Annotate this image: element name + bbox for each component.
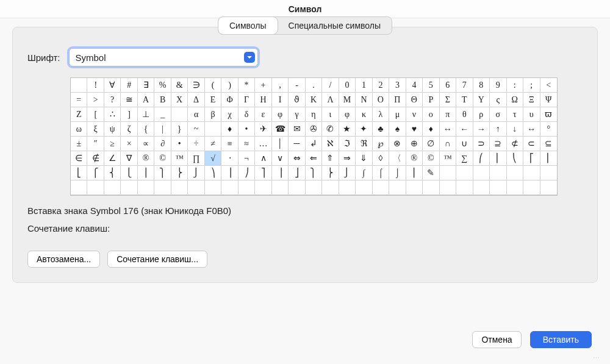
insert-button[interactable]: Вставить [530, 331, 592, 348]
symbol-cell[interactable]: [ [87, 107, 104, 122]
symbol-cell[interactable]: ⇔ [289, 151, 305, 166]
symbol-cell[interactable]: × [121, 137, 137, 151]
symbol-cell[interactable] [306, 180, 322, 195]
symbol-cell[interactable]: ! [87, 78, 104, 93]
symbol-cell[interactable]: Η [255, 93, 271, 107]
symbol-cell[interactable]: │ [272, 137, 289, 151]
symbol-cell[interactable]: ∇ [121, 151, 137, 166]
symbol-cell[interactable]: ∃ [138, 78, 154, 93]
symbol-cell[interactable]: Ρ [423, 93, 439, 107]
symbol-cell[interactable]: ∂ [154, 137, 171, 151]
symbol-cell[interactable]: ♦ [221, 122, 238, 137]
symbol-cell[interactable]: ∪ [456, 137, 473, 151]
symbol-cell[interactable]: φ [339, 107, 356, 122]
symbol-cell[interactable] [440, 166, 456, 180]
symbol-cell[interactable]: ⎬ [171, 166, 188, 180]
tab-symbols[interactable]: Символы [218, 17, 278, 34]
symbol-cell[interactable]: ο [423, 107, 439, 122]
symbol-cell[interactable]: ⎮ [406, 166, 423, 180]
symbol-cell[interactable]: ⇑ [322, 151, 339, 166]
symbol-cell[interactable]: ⎢ [540, 151, 557, 166]
symbol-cell[interactable]: Α [138, 93, 154, 107]
symbol-cell[interactable]: 7 [456, 78, 473, 93]
symbol-cell[interactable]: ε [255, 107, 271, 122]
symbol-cell[interactable]: Θ [406, 93, 423, 107]
symbol-cell[interactable]: = [71, 93, 87, 107]
symbol-cell[interactable]: ρ [473, 107, 490, 122]
symbol-cell[interactable]: … [255, 137, 271, 151]
symbol-cell[interactable] [255, 180, 271, 195]
autocorrect-button[interactable]: Автозамена... [27, 251, 100, 268]
symbol-cell[interactable]: ◊ [373, 151, 389, 166]
symbol-cell[interactable]: ⇐ [306, 151, 322, 166]
symbol-cell[interactable]: Ν [356, 93, 372, 107]
symbol-cell[interactable]: © [154, 151, 171, 166]
symbol-cell[interactable]: ∏ [188, 151, 204, 166]
symbol-cell[interactable]: ∀ [104, 78, 121, 93]
symbol-cell[interactable] [71, 78, 87, 93]
symbol-cell[interactable]: ⎤ [255, 166, 271, 180]
symbol-cell[interactable]: ® [406, 151, 423, 166]
symbol-cell[interactable]: ♣ [373, 122, 389, 137]
symbol-cell[interactable]: ∈ [71, 151, 87, 166]
symbol-cell[interactable]: ∉ [87, 151, 104, 166]
symbol-cell[interactable]: 1 [356, 78, 372, 93]
symbol-cell[interactable]: | [154, 122, 171, 137]
symbol-cell[interactable] [540, 166, 557, 180]
symbol-cell[interactable]: γ [289, 107, 305, 122]
symbol-cell[interactable]: ℑ [339, 137, 356, 151]
font-select[interactable]: Symbol [69, 48, 258, 66]
symbol-cell[interactable] [339, 180, 356, 195]
symbol-cell[interactable]: Γ [239, 93, 255, 107]
symbol-cell[interactable]: ⇒ [339, 151, 356, 166]
symbol-cell[interactable]: μ [389, 107, 406, 122]
symbol-cell[interactable] [540, 180, 557, 195]
symbol-cell[interactable]: ↲ [306, 137, 322, 151]
symbol-cell[interactable]: } [171, 122, 188, 137]
symbol-cell[interactable]: ∋ [188, 78, 204, 93]
symbol-cell[interactable]: ″ [87, 137, 104, 151]
symbol-cell[interactable] [473, 180, 490, 195]
symbol-cell[interactable] [239, 180, 255, 195]
symbol-cell[interactable] [289, 180, 305, 195]
symbol-cell[interactable] [490, 166, 506, 180]
symbol-cell[interactable] [171, 180, 188, 195]
symbol-cell[interactable] [490, 180, 506, 195]
symbol-cell[interactable]: ∑ [456, 151, 473, 166]
symbol-cell[interactable]: Ζ [71, 107, 87, 122]
symbol-cell[interactable]: ∫ [356, 166, 372, 180]
symbol-cell[interactable]: ⎥ [272, 166, 289, 180]
symbol-cell[interactable]: ± [71, 137, 87, 151]
symbol-cell[interactable]: √ [205, 151, 221, 166]
symbol-cell[interactable]: ⎟ [221, 166, 238, 180]
symbol-cell[interactable]: ⎡ [523, 151, 540, 166]
symbol-cell[interactable]: ⎫ [306, 166, 322, 180]
symbol-cell[interactable]: ] [121, 107, 137, 122]
symbol-cell[interactable]: ∩ [440, 137, 456, 151]
symbol-cell[interactable] [523, 180, 540, 195]
symbol-cell[interactable]: ≅ [121, 93, 137, 107]
symbol-cell[interactable]: δ [239, 107, 255, 122]
symbol-cell[interactable]: ⎠ [239, 166, 255, 180]
symbol-cell[interactable]: φ [272, 107, 289, 122]
symbol-cell[interactable]: ⊄ [507, 137, 523, 151]
symbol-cell[interactable]: π [440, 107, 456, 122]
symbol-cell[interactable]: 0 [339, 78, 356, 93]
symbol-cell[interactable]: 5 [423, 78, 439, 93]
symbol-cell[interactable]: ∧ [255, 151, 271, 166]
symbol-cell[interactable]: ⎨ [104, 166, 121, 180]
symbol-cell[interactable]: - [289, 78, 305, 93]
symbol-cell[interactable] [473, 166, 490, 180]
symbol-cell[interactable]: Κ [306, 93, 322, 107]
symbol-cell[interactable]: 6 [440, 78, 456, 93]
symbol-cell[interactable]: σ [490, 107, 506, 122]
symbol-cell[interactable] [205, 180, 221, 195]
symbol-cell[interactable]: ? [104, 93, 121, 107]
symbol-cell[interactable]: ∠ [104, 151, 121, 166]
symbol-cell[interactable]: Λ [322, 93, 339, 107]
symbol-cell[interactable]: ♠ [389, 122, 406, 137]
symbol-cell[interactable] [406, 180, 423, 195]
symbol-cell[interactable]: ( [205, 78, 221, 93]
symbol-cell[interactable]: Ε [205, 93, 221, 107]
symbol-cell[interactable]: ⊇ [490, 137, 506, 151]
